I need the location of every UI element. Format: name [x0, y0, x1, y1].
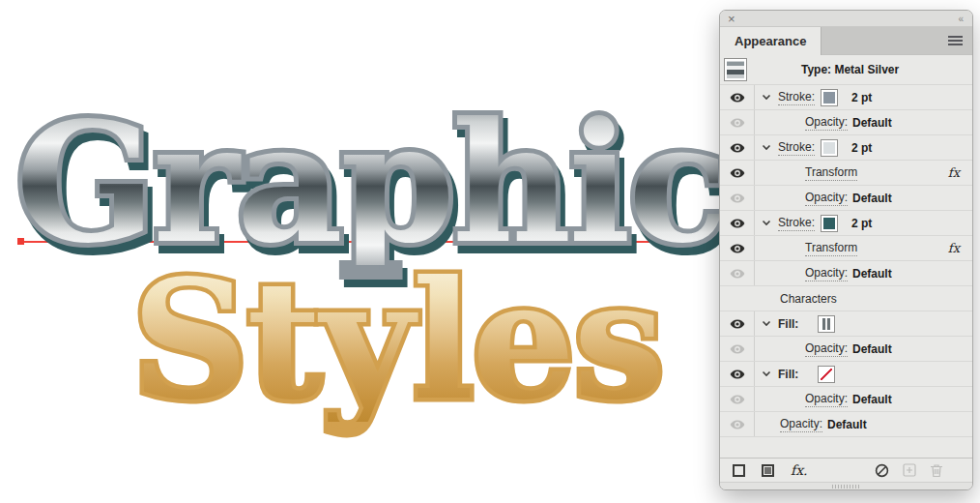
- fill-gradient-swatch[interactable]: [818, 315, 835, 333]
- visibility-cell[interactable]: [720, 412, 755, 436]
- visibility-cell[interactable]: [720, 362, 755, 386]
- duplicate-item-icon[interactable]: [903, 463, 916, 477]
- opacity-value: Default: [852, 393, 892, 406]
- opacity-row[interactable]: Opacity: Default: [720, 186, 972, 211]
- visibility-cell[interactable]: [720, 261, 755, 285]
- transform-effect-link[interactable]: Transform: [805, 165, 857, 181]
- visibility-cell[interactable]: [720, 236, 755, 260]
- style-thumbnail-icon: [724, 58, 747, 81]
- fx-icon[interactable]: fx: [948, 241, 960, 255]
- tab-appearance[interactable]: Appearance: [720, 27, 821, 55]
- chevron-down-icon[interactable]: [762, 94, 771, 101]
- opacity-label[interactable]: Opacity:: [805, 191, 848, 206]
- eye-icon[interactable]: [730, 244, 745, 253]
- panel-titlebar[interactable]: × «: [720, 11, 972, 27]
- eye-dim-icon[interactable]: [730, 344, 745, 354]
- fill-none-swatch[interactable]: [818, 366, 835, 383]
- eye-icon[interactable]: [730, 168, 745, 178]
- chevron-down-icon[interactable]: [762, 144, 771, 151]
- eye-dim-icon[interactable]: [730, 395, 745, 404]
- fill-label[interactable]: Fill:: [778, 368, 798, 381]
- chevron-down-icon[interactable]: [762, 320, 771, 327]
- opacity-row[interactable]: Opacity: Default: [720, 261, 972, 286]
- characters-label[interactable]: Characters: [780, 292, 837, 306]
- characters-row[interactable]: Characters: [720, 286, 972, 311]
- delete-item-icon[interactable]: [930, 463, 943, 478]
- appearance-list: Type: Metal Silver Stroke: 2 pt Opacity:…: [720, 55, 972, 458]
- fill-label[interactable]: Fill:: [778, 317, 798, 331]
- stroke-row[interactable]: Stroke: 2 pt: [720, 135, 972, 161]
- transform-row[interactable]: Transform fx: [720, 236, 972, 261]
- visibility-cell: [720, 286, 755, 311]
- list-empty-area: [720, 437, 972, 458]
- collapse-panel-icon[interactable]: «: [958, 14, 965, 24]
- style-name-row[interactable]: Type: Metal Silver: [720, 55, 972, 85]
- panel-tab-row: Appearance: [720, 27, 972, 55]
- eye-icon[interactable]: [730, 143, 745, 153]
- style-name-label: Type: Metal Silver: [801, 63, 899, 76]
- visibility-cell[interactable]: [720, 110, 755, 134]
- stroke-color-swatch[interactable]: [821, 215, 838, 232]
- chevron-down-icon[interactable]: [762, 220, 771, 226]
- opacity-value: Default: [852, 192, 892, 205]
- eye-dim-icon[interactable]: [730, 420, 745, 429]
- opacity-label[interactable]: Opacity:: [805, 266, 848, 281]
- fx-icon[interactable]: fx: [948, 165, 960, 180]
- stroke-weight-value: 2 pt: [851, 91, 872, 104]
- add-new-stroke-icon[interactable]: [733, 464, 745, 477]
- panel-toolbar: fx.: [720, 458, 972, 482]
- opacity-label[interactable]: Opacity:: [805, 341, 848, 357]
- stroke-row[interactable]: Stroke: 2 pt: [720, 85, 972, 110]
- stroke-weight-value: 2 pt: [851, 141, 872, 155]
- opacity-row[interactable]: Opacity: Default: [720, 387, 972, 412]
- visibility-cell[interactable]: [720, 161, 755, 185]
- stroke-label[interactable]: Stroke:: [778, 90, 815, 105]
- wordart-graphic-fill-layer: Graphic: [15, 101, 725, 265]
- eye-icon[interactable]: [730, 370, 745, 379]
- fill-row[interactable]: Fill:: [720, 311, 972, 337]
- chevron-down-icon[interactable]: [762, 370, 771, 377]
- opacity-row[interactable]: Opacity: Default: [720, 337, 972, 362]
- resize-grip-icon: [832, 485, 861, 488]
- eye-icon[interactable]: [730, 319, 745, 329]
- panel-menu-icon[interactable]: [948, 36, 963, 45]
- visibility-cell[interactable]: [720, 311, 755, 336]
- visibility-cell[interactable]: [720, 186, 755, 210]
- clear-appearance-icon[interactable]: [875, 463, 889, 478]
- transform-row[interactable]: Transform fx: [720, 161, 972, 186]
- fill-row[interactable]: Fill:: [720, 362, 972, 387]
- opacity-label[interactable]: Opacity:: [805, 115, 848, 131]
- visibility-cell[interactable]: [720, 337, 755, 361]
- eye-dim-icon[interactable]: [730, 193, 745, 203]
- stroke-weight-value: 2 pt: [851, 217, 872, 230]
- eye-dim-icon[interactable]: [730, 269, 745, 279]
- stroke-color-swatch[interactable]: [821, 89, 838, 106]
- visibility-cell[interactable]: [720, 387, 755, 411]
- opacity-label[interactable]: Opacity:: [780, 417, 822, 432]
- add-new-fill-icon[interactable]: [762, 464, 774, 477]
- appearance-panel: × « Appearance Type: Metal Silver Stroke…: [719, 10, 973, 490]
- opacity-value: Default: [852, 267, 892, 281]
- tab-appearance-label: Appearance: [735, 34, 806, 48]
- visibility-cell[interactable]: [720, 135, 755, 160]
- opacity-row[interactable]: Opacity: Default: [720, 412, 972, 437]
- visibility-cell[interactable]: [720, 85, 755, 109]
- visibility-cell[interactable]: [720, 211, 755, 235]
- opacity-label[interactable]: Opacity:: [805, 392, 848, 407]
- stroke-color-swatch[interactable]: [821, 139, 838, 157]
- opacity-value: Default: [827, 418, 867, 431]
- close-icon[interactable]: ×: [728, 14, 735, 24]
- stroke-row[interactable]: Stroke: 2 pt: [720, 211, 972, 236]
- stroke-label[interactable]: Stroke:: [778, 140, 815, 156]
- add-new-effect-icon[interactable]: fx.: [791, 462, 808, 478]
- eye-icon[interactable]: [730, 219, 745, 228]
- transform-effect-link[interactable]: Transform: [805, 241, 857, 256]
- eye-icon[interactable]: [730, 93, 745, 103]
- panel-resize-handle[interactable]: [720, 482, 972, 489]
- opacity-value: Default: [852, 342, 892, 356]
- opacity-row[interactable]: Opacity: Default: [720, 110, 972, 135]
- eye-dim-icon[interactable]: [730, 118, 745, 128]
- opacity-value: Default: [852, 116, 892, 130]
- stroke-label[interactable]: Stroke:: [778, 216, 815, 231]
